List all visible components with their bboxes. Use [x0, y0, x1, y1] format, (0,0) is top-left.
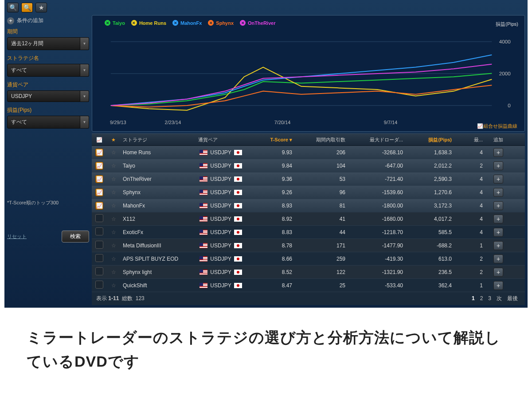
table-row[interactable]: 📈 ☆ Sphynx USDJPY 9.26 96 -1539.60 1,270…: [92, 186, 525, 199]
page-last[interactable]: 最後: [507, 295, 518, 301]
col-drawdown[interactable]: 最大ドローダ...: [348, 137, 406, 143]
reset-link[interactable]: リセット: [7, 233, 27, 240]
flag-jp-icon: [234, 150, 242, 155]
tscore-cell: 9.26: [254, 189, 295, 196]
star-icon[interactable]: ☆: [111, 229, 116, 235]
page-next[interactable]: 次: [497, 295, 502, 301]
legend-item[interactable]: ✕ Home Runs: [131, 20, 166, 26]
col-add[interactable]: 追加: [485, 137, 511, 143]
trading-app: 🔍 🔍 ★ + 条件の追加 期間 過去12ヶ月間 ▼ ストラテジ名 すべて ▼ …: [4, 0, 528, 308]
add-button[interactable]: +: [493, 148, 503, 157]
chart-toggle-icon[interactable]: [95, 254, 103, 262]
filter-select[interactable]: すべて ▼: [7, 64, 89, 77]
x-tick: 9/29/13: [110, 120, 165, 125]
col-pair[interactable]: 通貨ペア: [196, 137, 254, 143]
tscore-cell: 8.78: [254, 243, 295, 249]
star-icon[interactable]: ☆: [111, 149, 116, 156]
col-pips[interactable]: 損益(Pips): [406, 137, 454, 143]
chart-toggle-icon[interactable]: 📈: [95, 175, 103, 183]
star-icon[interactable]: ☆: [111, 216, 116, 222]
table-row[interactable]: 📈 ☆ Taiyo USDJPY 9.84 104 -647.00 2,012.…: [92, 159, 525, 172]
filter-select[interactable]: 過去12ヶ月間 ▼: [7, 37, 89, 50]
tscore-cell: 8.83: [254, 229, 295, 235]
legend-item[interactable]: ✕ MahonFx: [172, 20, 202, 26]
star-icon[interactable]: ☆: [111, 189, 116, 196]
pair-cell: USDJPY: [196, 256, 254, 262]
flag-jp-icon: [234, 216, 242, 222]
table-row[interactable]: ☆ Sphynx light USDJPY 8.52 122 -1321.90 …: [92, 266, 525, 279]
legend-item[interactable]: ✕ OnTheRiver: [240, 20, 275, 26]
legend-dot-icon: ✕: [208, 20, 214, 26]
flag-us-icon: [200, 270, 207, 275]
chart-toggle-icon[interactable]: [95, 241, 103, 249]
table-row[interactable]: 📈 ☆ MahonFx USDJPY 8.93 81 -1800.00 3,17…: [92, 199, 525, 212]
filter-select[interactable]: すべて ▼: [7, 116, 89, 129]
strategy-name: QuickShift: [120, 282, 196, 289]
svg-text:4000: 4000: [499, 39, 511, 44]
max-cell: 2: [454, 163, 485, 169]
chart-toggle-icon[interactable]: [95, 214, 103, 222]
add-button[interactable]: +: [493, 254, 503, 263]
filter-value: すべて: [7, 64, 80, 77]
chart-toggle-icon[interactable]: 📈: [95, 162, 103, 170]
chart-toggle-icon[interactable]: 📈: [95, 188, 103, 196]
search-button[interactable]: 検索: [62, 231, 89, 243]
star-icon[interactable]: ☆: [111, 163, 116, 169]
strategy-name: ExoticFx: [120, 229, 196, 235]
pair-cell: USDJPY: [196, 243, 254, 249]
col-strategy[interactable]: ストラテジ: [120, 137, 196, 143]
page-link[interactable]: 2: [480, 295, 483, 301]
col-chart-icon[interactable]: 📈: [92, 137, 107, 143]
chart-toggle-icon[interactable]: [95, 267, 103, 275]
add-button[interactable]: +: [493, 281, 503, 290]
col-star-icon[interactable]: ★: [107, 137, 120, 143]
star-icon[interactable]: ☆: [111, 256, 116, 262]
col-trades[interactable]: 期間内取引数: [295, 137, 348, 143]
flag-us-icon: [200, 163, 207, 168]
add-button[interactable]: +: [493, 215, 503, 223]
star-icon[interactable]: ☆: [111, 282, 116, 289]
star-icon[interactable]: ☆: [111, 243, 116, 249]
legend-item[interactable]: ✕ Sphynx: [208, 20, 234, 26]
filter-select[interactable]: USDJPY ▼: [7, 90, 89, 102]
tab-monitor-icon[interactable]: 🔍: [7, 3, 19, 12]
table-row[interactable]: ☆ QuickShift USDJPY 8.47 25 -533.40 362.…: [92, 279, 525, 292]
chart-toggle-icon[interactable]: 📈: [95, 149, 103, 156]
tab-star-icon[interactable]: ★: [35, 3, 47, 12]
chart-toggle-icon[interactable]: 📈: [95, 202, 103, 210]
table-row[interactable]: 📈 ☆ Home Runs USDJPY 9.93 206 -3268.10 1…: [92, 146, 525, 159]
add-button[interactable]: +: [493, 228, 503, 237]
pips-cell: 2,012.2: [406, 163, 454, 169]
filter-group: 期間 過去12ヶ月間 ▼: [7, 28, 89, 50]
star-icon[interactable]: ☆: [111, 269, 116, 275]
add-condition-button[interactable]: + 条件の追加: [7, 15, 89, 28]
page-link[interactable]: 3: [488, 295, 491, 301]
filter-group: 損益(Pips) すべて ▼: [7, 106, 89, 129]
add-button[interactable]: +: [493, 268, 503, 277]
col-tscore[interactable]: T-Score ▾: [254, 137, 295, 143]
tscore-cell: 9.93: [254, 149, 295, 156]
page-link[interactable]: 1: [472, 295, 475, 301]
tab-search-icon[interactable]: 🔍: [21, 3, 33, 12]
legend-item[interactable]: ✕ Taiyo: [105, 20, 125, 26]
table-row[interactable]: 📈 ☆ OnTheRiver USDJPY 9.36 53 -721.40 2,…: [92, 172, 525, 186]
table-row[interactable]: ☆ APS SPLIT BUYZ EOD USDJPY 8.66 259 -41…: [92, 252, 525, 266]
table-row[interactable]: ☆ ExoticFx USDJPY 8.83 44 -1218.70 585.5…: [92, 226, 525, 239]
add-button[interactable]: +: [493, 175, 503, 184]
table-row[interactable]: ☆ X112 USDJPY 8.92 41 -1680.00 4,017.2 4…: [92, 212, 525, 226]
add-button[interactable]: +: [493, 241, 503, 250]
chart-toggle-icon[interactable]: [95, 281, 103, 289]
drawdown-cell: -1800.00: [348, 203, 406, 209]
chart-toggle-icon[interactable]: [95, 227, 103, 235]
flag-us-icon: [200, 203, 207, 208]
table-row[interactable]: ☆ Meta DiffusionIII USDJPY 8.78 171 -147…: [92, 239, 525, 252]
add-button[interactable]: +: [493, 188, 503, 197]
strategy-name: Home Runs: [120, 149, 196, 156]
star-icon[interactable]: ☆: [111, 203, 116, 209]
add-button[interactable]: +: [493, 161, 503, 170]
add-button[interactable]: +: [493, 201, 503, 210]
star-icon[interactable]: ☆: [111, 176, 116, 182]
col-max[interactable]: 最...: [454, 137, 485, 143]
max-cell: 4: [454, 216, 485, 222]
pair-cell: USDJPY: [196, 189, 254, 196]
